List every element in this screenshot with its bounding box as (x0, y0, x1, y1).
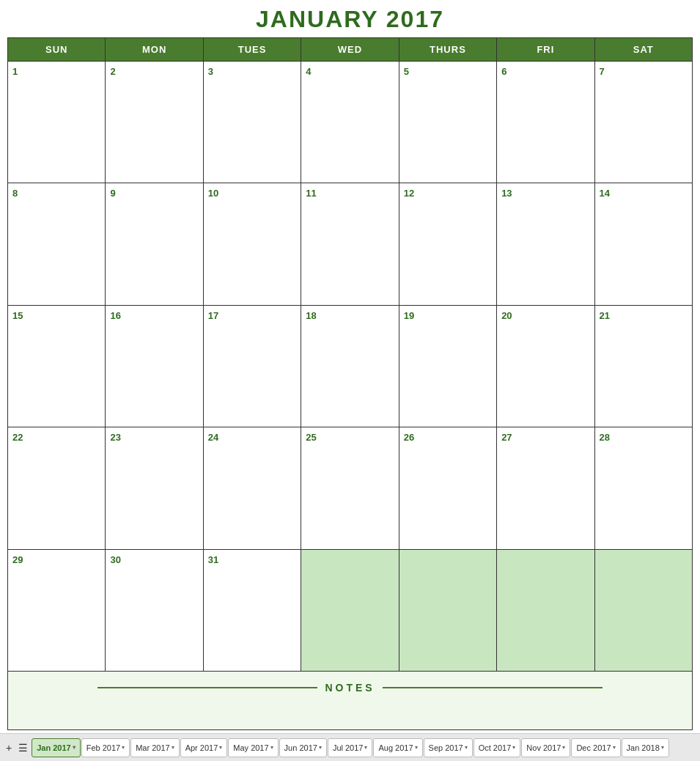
day-cell-empty[interactable] (595, 550, 693, 672)
tab-jan-2018[interactable]: Jan 2018▾ (622, 738, 669, 757)
day-cell-5[interactable]: 5 (399, 62, 497, 183)
week-row-2: 891011121314 (8, 183, 693, 305)
day-number-30: 30 (110, 554, 120, 565)
day-cell-13[interactable]: 13 (497, 183, 594, 305)
day-header-wed: WED (301, 38, 399, 62)
day-cell-18[interactable]: 18 (301, 306, 399, 427)
day-cell-24[interactable]: 24 (204, 427, 301, 549)
tab-dec-2017[interactable]: Dec 2017▾ (571, 738, 620, 757)
tab-label: Oct 2017 (479, 743, 512, 752)
day-cell-empty[interactable] (497, 550, 594, 672)
day-number-6: 6 (501, 66, 506, 77)
day-cell-4[interactable]: 4 (301, 62, 399, 183)
tab-aug-2017[interactable]: Aug 2017▾ (373, 738, 422, 757)
tab-dropdown-arrow: ▾ (415, 744, 418, 751)
day-number-3: 3 (208, 66, 213, 77)
week-row-4: 22232425262728 (8, 427, 693, 549)
day-cell-empty[interactable] (301, 550, 399, 672)
day-number-28: 28 (600, 432, 610, 443)
day-cell-23[interactable]: 23 (106, 427, 203, 549)
day-cell-22[interactable]: 22 (8, 427, 106, 549)
notes-line-left (97, 687, 317, 688)
tab-label: Jan 2018 (627, 743, 660, 752)
tab-may-2017[interactable]: May 2017▾ (228, 738, 278, 757)
day-number-14: 14 (600, 188, 610, 199)
tab-label: May 2017 (233, 743, 268, 752)
tab-jun-2017[interactable]: Jun 2017▾ (279, 738, 327, 757)
day-number-5: 5 (404, 66, 409, 77)
day-cell-6[interactable]: 6 (497, 62, 594, 183)
day-cell-30[interactable]: 30 (106, 550, 203, 672)
day-cell-10[interactable]: 10 (204, 183, 301, 305)
day-number-2: 2 (110, 66, 115, 77)
day-cell-19[interactable]: 19 (399, 306, 497, 427)
day-cell-12[interactable]: 12 (399, 183, 497, 305)
day-header-thurs: THURS (399, 38, 497, 62)
week-row-3: 15161718192021 (8, 306, 693, 427)
day-number-31: 31 (208, 554, 218, 565)
day-cell-8[interactable]: 8 (8, 183, 106, 305)
day-cell-7[interactable]: 7 (595, 62, 693, 183)
menu-button[interactable]: ☰ (15, 740, 31, 755)
day-cell-15[interactable]: 15 (8, 306, 106, 427)
day-cell-14[interactable]: 14 (595, 183, 693, 305)
day-number-13: 13 (501, 188, 512, 199)
day-number-20: 20 (501, 310, 512, 321)
tab-nov-2017[interactable]: Nov 2017▾ (521, 738, 570, 757)
day-cell-1[interactable]: 1 (8, 62, 106, 183)
tab-jul-2017[interactable]: Jul 2017▾ (328, 738, 373, 757)
day-cell-27[interactable]: 27 (497, 427, 594, 549)
tab-label: Dec 2017 (576, 743, 611, 752)
day-cell-31[interactable]: 31 (204, 550, 301, 672)
day-cell-11[interactable]: 11 (301, 183, 399, 305)
notes-label: NOTES (325, 682, 375, 694)
weeks-container: 1234567891011121314151617181920212223242… (8, 62, 693, 672)
day-cell-21[interactable]: 21 (595, 306, 693, 427)
day-cell-28[interactable]: 28 (595, 427, 693, 549)
day-cell-26[interactable]: 26 (399, 427, 497, 549)
day-cell-3[interactable]: 3 (204, 62, 301, 183)
tab-dropdown-arrow: ▾ (122, 744, 125, 751)
tab-oct-2017[interactable]: Oct 2017▾ (474, 738, 521, 757)
day-number-4: 4 (306, 66, 311, 77)
calendar-title: JANUARY 2017 (7, 6, 693, 33)
calendar-container: JANUARY 2017 SUNMONTUESWEDTHURSFRISAT 12… (0, 0, 700, 733)
day-cell-empty[interactable] (399, 550, 497, 672)
calendar-grid: SUNMONTUESWEDTHURSFRISAT 123456789101112… (7, 37, 693, 730)
day-cell-16[interactable]: 16 (106, 306, 203, 427)
day-cell-25[interactable]: 25 (301, 427, 399, 549)
day-number-8: 8 (12, 188, 18, 199)
day-number-26: 26 (404, 432, 414, 443)
day-number-1: 1 (12, 66, 18, 77)
tab-sep-2017[interactable]: Sep 2017▾ (424, 738, 473, 757)
day-cell-17[interactable]: 17 (204, 306, 301, 427)
tab-label: Mar 2017 (136, 743, 169, 752)
day-number-9: 9 (110, 188, 115, 199)
tab-jan-2017[interactable]: Jan 2017▾ (32, 738, 80, 757)
day-number-24: 24 (208, 432, 218, 443)
tab-dropdown-arrow: ▾ (661, 744, 664, 751)
tab-apr-2017[interactable]: Apr 2017▾ (180, 738, 228, 757)
day-cell-29[interactable]: 29 (8, 550, 106, 672)
tab-dropdown-arrow: ▾ (319, 744, 322, 751)
day-number-16: 16 (110, 310, 120, 321)
day-number-25: 25 (306, 432, 316, 443)
tab-label: Feb 2017 (86, 743, 120, 752)
tab-dropdown-arrow: ▾ (219, 744, 222, 751)
tab-label: Apr 2017 (185, 743, 218, 752)
tab-mar-2017[interactable]: Mar 2017▾ (130, 738, 179, 757)
day-number-23: 23 (110, 432, 120, 443)
day-cell-2[interactable]: 2 (106, 62, 203, 183)
tab-dropdown-arrow: ▾ (465, 744, 468, 751)
day-header-sun: SUN (8, 38, 106, 62)
tab-label: Jun 2017 (284, 743, 317, 752)
tab-feb-2017[interactable]: Feb 2017▾ (81, 738, 130, 757)
add-sheet-button[interactable]: + (3, 740, 15, 755)
day-number-7: 7 (600, 66, 605, 77)
tab-bar: + ☰ Jan 2017▾Feb 2017▾Mar 2017▾Apr 2017▾… (0, 733, 700, 761)
week-row-5: 293031 (8, 550, 693, 672)
day-cell-20[interactable]: 20 (497, 306, 594, 427)
day-number-29: 29 (12, 554, 23, 565)
day-cell-9[interactable]: 9 (106, 183, 203, 305)
tab-dropdown-arrow: ▾ (172, 744, 174, 751)
